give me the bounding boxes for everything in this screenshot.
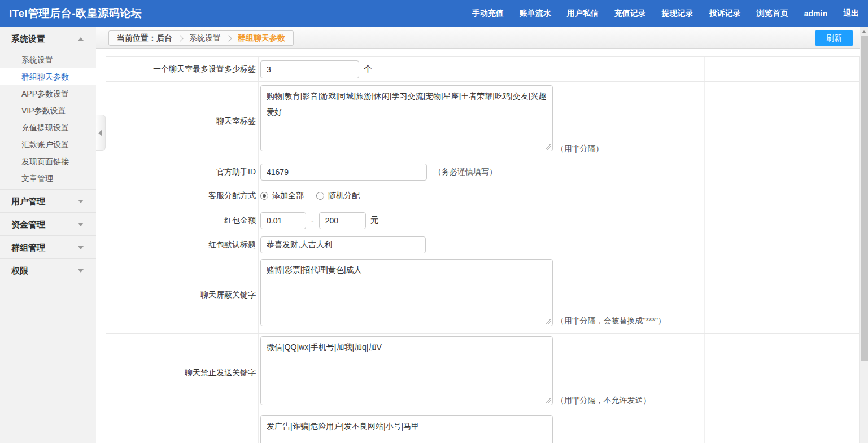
refresh-button[interactable]: 刷新 bbox=[815, 30, 853, 46]
unit-suffix: 个 bbox=[364, 64, 372, 74]
field-hint: （务必谨慎填写） bbox=[434, 167, 497, 177]
field-label: 一个聊天室最多设置多少标签 bbox=[106, 57, 259, 81]
sidebar-section-group-management[interactable]: 群组管理 bbox=[0, 236, 96, 259]
field-hint: （用"|"分隔，会被替换成"***"） bbox=[556, 316, 666, 326]
assign-mode-radio-group: 添加全部 随机分配 bbox=[260, 191, 372, 201]
menu-item-complaint-records[interactable]: 投诉记录 bbox=[709, 8, 741, 19]
field-label bbox=[106, 413, 259, 443]
radio-label: 添加全部 bbox=[272, 191, 304, 201]
scrollbar-up-arrow-icon[interactable] bbox=[860, 27, 868, 36]
chevron-up-icon bbox=[78, 37, 84, 41]
field-label: 聊天屏蔽关键字 bbox=[106, 257, 259, 333]
field-label: 红包金额 bbox=[106, 208, 259, 233]
form-row-blocked-keywords: 聊天屏蔽关键字 赌博|彩票|招代理|黄色|成人 （用"|"分隔，会被替换成"**… bbox=[106, 257, 859, 334]
redpacket-max-input[interactable] bbox=[319, 212, 366, 229]
sidebar: 系统设置 系统设置 群组聊天参数 APP参数设置 VIP参数设置 充值提现设置 … bbox=[0, 27, 96, 443]
field-label: 聊天禁止发送关键字 bbox=[106, 334, 259, 413]
radio-selected-icon bbox=[260, 192, 268, 200]
breadcrumb-item-current: 群组聊天参数 bbox=[238, 33, 285, 43]
menu-item-manual-recharge[interactable]: 手动充值 bbox=[472, 8, 504, 19]
admin-page: iTel管理后台-欧皇源码论坛 手动充值 账单流水 用户私信 充值记录 提现记录… bbox=[0, 0, 868, 443]
form-row-redpacket-amount: 红包金额 - 元 bbox=[106, 208, 859, 233]
app-title: iTel管理后台-欧皇源码论坛 bbox=[0, 6, 142, 21]
radio-random-assign[interactable]: 随机分配 bbox=[316, 191, 360, 201]
max-tags-input[interactable] bbox=[260, 60, 359, 78]
sidebar-section-system-settings[interactable]: 系统设置 bbox=[0, 27, 96, 50]
sidebar-item-app-params[interactable]: APP参数设置 bbox=[0, 85, 96, 102]
form-row-max-tags: 一个聊天室最多设置多少标签 个 bbox=[106, 57, 859, 82]
form-row-redpacket-title: 红包默认标题 bbox=[106, 233, 859, 257]
sidebar-section-label: 权限 bbox=[11, 266, 28, 275]
breadcrumb-item-system-settings[interactable]: 系统设置 bbox=[189, 33, 221, 43]
chevron-down-icon bbox=[78, 223, 84, 226]
sidebar-submenu: 系统设置 群组聊天参数 APP参数设置 VIP参数设置 充值提现设置 汇款账户设… bbox=[0, 50, 96, 190]
menu-item-logout[interactable]: 退出 bbox=[843, 8, 859, 19]
field-label: 官方助手ID bbox=[106, 161, 259, 183]
radio-add-all[interactable]: 添加全部 bbox=[260, 191, 304, 201]
breadcrumb-bar: 当前位置：后台 系统设置 群组聊天参数 刷新 bbox=[96, 27, 860, 49]
radio-unselected-icon bbox=[316, 192, 324, 200]
field-hint: （用"|"分隔，不允许发送） bbox=[556, 396, 651, 406]
blocked-keywords-textarea[interactable]: 赌博|彩票|招代理|黄色|成人 bbox=[260, 259, 553, 326]
chevron-right-icon bbox=[225, 35, 232, 41]
menu-item-user-messages[interactable]: 用户私信 bbox=[567, 8, 599, 19]
breadcrumb: 当前位置：后台 系统设置 群组聊天参数 bbox=[108, 30, 294, 46]
sidebar-item-remit-account-settings[interactable]: 汇款账户设置 bbox=[0, 136, 96, 153]
form-row-chatroom-tags: 聊天室标签 购物|教育|影音|游戏|同城|旅游|休闲|学习交流|宠物|星座|王者… bbox=[106, 82, 859, 161]
report-tags-textarea[interactable]: 发广告|诈骗|危险用户|发不良网站|小号|马甲 bbox=[260, 415, 553, 443]
chevron-left-icon bbox=[98, 130, 102, 137]
field-hint: （用"|"分隔） bbox=[556, 144, 604, 154]
menu-item-bill-flow[interactable]: 账单流水 bbox=[520, 8, 551, 19]
sidebar-item-recharge-withdraw-settings[interactable]: 充值提现设置 bbox=[0, 119, 96, 136]
form-row-official-assistant-id: 官方助手ID （务必谨慎填写） bbox=[106, 161, 859, 183]
field-label: 红包默认标题 bbox=[106, 233, 259, 257]
scrollbar-thumb[interactable] bbox=[861, 36, 868, 361]
sidebar-section-user-management[interactable]: 用户管理 bbox=[0, 190, 96, 213]
sidebar-section-fund-management[interactable]: 资金管理 bbox=[0, 213, 96, 236]
menu-item-view-homepage[interactable]: 浏览首页 bbox=[757, 8, 788, 19]
field-label: 聊天室标签 bbox=[106, 82, 259, 161]
chatroom-tags-textarea[interactable]: 购物|教育|影音|游戏|同城|旅游|休闲|学习交流|宠物|星座|王者荣耀|吃鸡|… bbox=[260, 85, 553, 151]
chevron-right-icon bbox=[177, 35, 183, 41]
vertical-scrollbar[interactable] bbox=[860, 27, 868, 443]
sidebar-item-article-management[interactable]: 文章管理 bbox=[0, 170, 96, 187]
sidebar-item-discover-page-links[interactable]: 发现页面链接 bbox=[0, 153, 96, 170]
field-label: 客服分配方式 bbox=[106, 183, 259, 208]
form-row-service-assign-mode: 客服分配方式 添加全部 随机分配 bbox=[106, 183, 859, 208]
chevron-down-icon bbox=[78, 269, 84, 273]
form-row-forbidden-keywords: 聊天禁止发送关键字 微信|QQ|wx|手机号|加我|加q|加V （用"|"分隔，… bbox=[106, 334, 859, 413]
sidebar-item-vip-params[interactable]: VIP参数设置 bbox=[0, 102, 96, 119]
sidebar-section-permissions[interactable]: 权限 bbox=[0, 259, 96, 282]
redpacket-min-input[interactable] bbox=[260, 212, 306, 229]
range-dash: - bbox=[311, 216, 314, 225]
chevron-down-icon bbox=[78, 200, 84, 203]
radio-label: 随机分配 bbox=[328, 191, 360, 201]
sidebar-section-label: 用户管理 bbox=[11, 196, 45, 206]
navbar-menu: 手动充值 账单流水 用户私信 充值记录 提现记录 投诉记录 浏览首页 admin… bbox=[456, 8, 868, 19]
form-row-report-tags: 发广告|诈骗|危险用户|发不良网站|小号|马甲 bbox=[106, 413, 859, 443]
sidebar-section-label: 系统设置 bbox=[11, 34, 45, 43]
top-navbar: iTel管理后台-欧皇源码论坛 手动充值 账单流水 用户私信 充值记录 提现记录… bbox=[0, 0, 868, 27]
redpacket-title-input[interactable] bbox=[260, 236, 426, 253]
sidebar-item-group-chat-params[interactable]: 群组聊天参数 bbox=[0, 68, 96, 85]
sidebar-section-label: 群组管理 bbox=[11, 243, 45, 252]
official-assistant-id-input[interactable] bbox=[260, 164, 427, 181]
forbidden-keywords-textarea[interactable]: 微信|QQ|wx|手机号|加我|加q|加V bbox=[260, 336, 553, 405]
breadcrumb-location: 当前位置：后台 bbox=[117, 33, 172, 43]
sidebar-item-system-settings[interactable]: 系统设置 bbox=[0, 51, 96, 68]
menu-item-recharge-records[interactable]: 充值记录 bbox=[614, 8, 646, 19]
menu-item-withdraw-records[interactable]: 提现记录 bbox=[662, 8, 693, 19]
settings-form: 一个聊天室最多设置多少标签 个 聊天室标签 购物|教育|影音|游戏|同城|旅游|… bbox=[106, 56, 860, 443]
unit-suffix: 元 bbox=[370, 215, 379, 226]
sidebar-section-label: 资金管理 bbox=[11, 220, 45, 229]
chevron-down-icon bbox=[78, 246, 84, 249]
menu-item-admin-account[interactable]: admin bbox=[804, 9, 827, 18]
sidebar-collapse-handle[interactable] bbox=[96, 115, 106, 151]
